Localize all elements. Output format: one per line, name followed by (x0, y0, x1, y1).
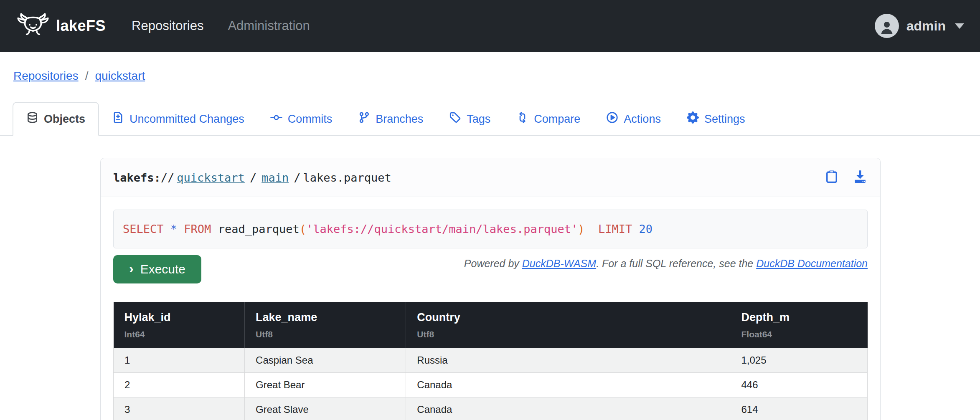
execute-button[interactable]: › Execute (113, 255, 201, 283)
object-path: lakefs://quickstart/main/lakes.parquet (113, 171, 391, 184)
column-type: Float64 (741, 329, 856, 339)
sql-token-star: * (170, 223, 177, 235)
breadcrumb-repositories-link[interactable]: Repositories (13, 69, 79, 83)
sql-token-string: 'lakefs://quickstart/main/lakes.parquet' (306, 223, 578, 235)
results-table-body: 1 Caspian Sea Russia 1,025 2 Great Bear … (114, 348, 868, 420)
tab-compare[interactable]: Compare (503, 103, 593, 135)
path-scheme: lakefs: (113, 171, 161, 184)
object-viewer-card: lakefs://quickstart/main/lakes.parquet (100, 158, 881, 420)
chevron-down-icon (955, 23, 964, 29)
cell-hylak-id: 1 (114, 348, 245, 373)
tab-label: Actions (624, 113, 661, 126)
sql-token-space (164, 223, 170, 235)
table-row: 1 Caspian Sea Russia 1,025 (114, 348, 868, 373)
cell-depth-m: 446 (730, 373, 868, 397)
compare-icon (516, 111, 528, 127)
breadcrumb-separator: / (85, 69, 89, 83)
table-row: 3 Great Slave Canada 614 (114, 397, 868, 420)
sql-token-keyword: FROM (184, 223, 211, 235)
user-name: admin (906, 18, 946, 34)
tab-objects[interactable]: Objects (13, 102, 99, 136)
file-diff-icon (112, 111, 124, 127)
cell-hylak-id: 3 (114, 397, 245, 420)
cell-depth-m: 614 (730, 397, 868, 420)
cell-lake-name: Caspian Sea (245, 348, 406, 373)
query-results-table: Hylak_id Int64 Lake_name Utf8 Country Ut… (113, 302, 868, 420)
sql-token-paren: ) (578, 223, 584, 235)
avatar (875, 14, 899, 38)
column-type: Int64 (124, 329, 234, 339)
tag-icon (449, 111, 461, 127)
column-header-lake-name: Lake_name Utf8 (245, 302, 406, 348)
navbar-links: Repositories Administration (132, 18, 310, 33)
tab-settings[interactable]: Settings (674, 103, 758, 135)
object-path-bar: lakefs://quickstart/main/lakes.parquet (101, 158, 880, 197)
cell-country: Canada (406, 373, 730, 397)
breadcrumb: Repositories / quickstart (13, 69, 980, 83)
cell-lake-name: Great Slave (245, 397, 406, 420)
repo-tab-bar: Objects Uncommitted Changes Commits (0, 102, 980, 136)
duckdb-docs-link[interactable]: DuckDB Documentation (756, 258, 868, 269)
breadcrumb-repo-link[interactable]: quickstart (95, 69, 145, 83)
cell-lake-name: Great Bear (245, 373, 406, 397)
user-menu[interactable]: admin (875, 14, 964, 38)
top-navbar: lakeFS Repositories Administration admin (0, 0, 980, 52)
powered-by-note: Powered by DuckDB-WASM. For a full SQL r… (464, 258, 868, 270)
sql-token-function: read_parquet (211, 223, 299, 235)
path-separator: / (250, 171, 256, 184)
sql-token-space (632, 223, 639, 235)
path-branch-link[interactable]: main (262, 171, 289, 184)
powered-by-middle: . For a full SQL reference, see the (596, 258, 756, 269)
navbar-item-administration[interactable]: Administration (228, 18, 310, 33)
execute-row: › Execute Powered by DuckDB-WASM. For a … (113, 255, 868, 283)
column-name: Lake_name (256, 311, 395, 324)
tab-tags[interactable]: Tags (436, 103, 503, 135)
results-table-header: Hylak_id Int64 Lake_name Utf8 Country Ut… (114, 302, 868, 348)
database-icon (26, 111, 38, 127)
commit-icon (270, 111, 282, 127)
duckdb-wasm-link[interactable]: DuckDB-WASM (522, 258, 596, 269)
column-name: Depth_m (741, 311, 856, 324)
column-name: Country (417, 311, 719, 324)
tab-label: Settings (704, 113, 745, 126)
branch-icon (358, 111, 370, 127)
path-file-name: lakes.parquet (303, 171, 391, 184)
tab-uncommitted-changes[interactable]: Uncommitted Changes (99, 103, 257, 135)
cell-hylak-id: 2 (114, 373, 245, 397)
object-actions (824, 169, 868, 186)
sql-query-input[interactable]: SELECT * FROM read_parquet('lakefs://qui… (113, 210, 868, 248)
path-separator: / (294, 171, 300, 184)
object-viewer-body: SELECT * FROM read_parquet('lakefs://qui… (101, 197, 880, 420)
sql-token-space (584, 223, 598, 235)
column-header-country: Country Utf8 (406, 302, 730, 348)
cell-country: Canada (406, 397, 730, 420)
tab-label: Objects (44, 113, 85, 126)
tab-label: Branches (376, 113, 423, 126)
tab-actions[interactable]: Actions (593, 103, 674, 135)
sql-token-space (177, 223, 184, 235)
tab-label: Uncommitted Changes (129, 113, 244, 126)
table-row: 2 Great Bear Canada 446 (114, 373, 868, 397)
download-icon[interactable] (853, 169, 868, 186)
column-type: Utf8 (256, 329, 395, 339)
brand-title: lakeFS (56, 17, 106, 35)
tab-commits[interactable]: Commits (257, 103, 345, 135)
path-repo-link[interactable]: quickstart (177, 171, 245, 184)
sql-token-paren: ( (300, 223, 306, 235)
column-type: Utf8 (417, 329, 719, 339)
tab-label: Compare (534, 113, 580, 126)
copy-path-icon[interactable] (824, 169, 839, 186)
cell-depth-m: 1,025 (730, 348, 868, 373)
sql-token-keyword: LIMIT (598, 223, 632, 235)
tab-label: Commits (288, 113, 333, 126)
tab-branches[interactable]: Branches (345, 103, 436, 135)
gear-icon (687, 111, 699, 127)
execute-button-label: Execute (140, 262, 185, 276)
column-header-hylak-id: Hylak_id Int64 (114, 302, 245, 348)
tab-label: Tags (467, 113, 490, 126)
column-name: Hylak_id (124, 311, 234, 324)
brand[interactable]: lakeFS (16, 12, 106, 40)
chevron-right-icon: › (129, 262, 134, 275)
powered-by-prefix: Powered by (464, 258, 522, 269)
navbar-item-repositories[interactable]: Repositories (132, 18, 203, 33)
